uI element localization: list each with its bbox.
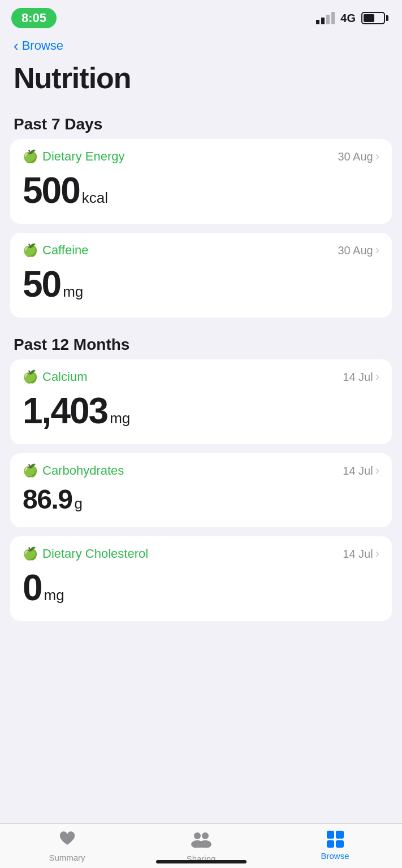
tab-browse-label: Browse bbox=[321, 851, 349, 861]
card-calcium[interactable]: 🍏 Calcium 14 Jul › 1,403mg bbox=[10, 359, 392, 444]
status-right: 4G bbox=[316, 12, 388, 25]
card-date-caffeine: 30 Aug › bbox=[338, 243, 379, 258]
card-dietary-cholesterol[interactable]: 🍏 Dietary Cholesterol 14 Jul › 0mg bbox=[10, 536, 392, 621]
card-value-dietary-cholesterol: 0mg bbox=[23, 567, 379, 609]
main-content: Past 7 Days 🍏 Dietary Energy 30 Aug › 50… bbox=[0, 106, 402, 698]
card-chevron-icon: › bbox=[375, 149, 379, 164]
card-label-calcium: 🍏 Calcium bbox=[23, 370, 87, 384]
tab-summary-label: Summary bbox=[49, 853, 85, 862]
card-chevron-icon: › bbox=[375, 463, 379, 478]
card-date-carbohydrates: 14 Jul › bbox=[343, 463, 379, 478]
status-bar: 8:05 4G bbox=[0, 0, 402, 33]
card-header: 🍏 Caffeine 30 Aug › bbox=[23, 243, 379, 258]
health-apple-icon: 🍏 bbox=[23, 546, 38, 561]
back-label: Browse bbox=[22, 38, 63, 53]
health-apple-icon: 🍏 bbox=[23, 243, 38, 258]
home-indicator bbox=[156, 860, 247, 863]
browse-grid-icon bbox=[327, 831, 344, 848]
card-date-dietary-energy: 30 Aug › bbox=[338, 149, 379, 164]
svg-point-0 bbox=[194, 832, 201, 839]
card-chevron-icon: › bbox=[375, 243, 379, 258]
health-apple-icon: 🍏 bbox=[23, 149, 38, 164]
card-header: 🍏 Calcium 14 Jul › bbox=[23, 370, 379, 384]
tab-browse[interactable]: Browse bbox=[268, 831, 402, 861]
health-apple-icon: 🍏 bbox=[23, 463, 38, 478]
signal-icon bbox=[316, 12, 335, 24]
heart-icon bbox=[59, 831, 76, 849]
card-label-dietary-cholesterol: 🍏 Dietary Cholesterol bbox=[23, 546, 148, 561]
section-header-past7days: Past 7 Days bbox=[0, 106, 402, 139]
card-label-caffeine: 🍏 Caffeine bbox=[23, 243, 89, 258]
back-chevron-icon: ‹ bbox=[14, 38, 19, 53]
card-header: 🍏 Carbohydrates 14 Jul › bbox=[23, 463, 379, 478]
card-label-carbohydrates: 🍏 Carbohydrates bbox=[23, 463, 124, 478]
card-date-calcium: 14 Jul › bbox=[343, 370, 379, 384]
sharing-people-icon bbox=[190, 831, 213, 850]
card-chevron-icon: › bbox=[375, 546, 379, 561]
card-value-calcium: 1,403mg bbox=[23, 390, 379, 432]
tab-summary[interactable]: Summary bbox=[0, 831, 134, 862]
page-title-container: Nutrition bbox=[0, 57, 402, 106]
network-type: 4G bbox=[340, 12, 356, 25]
svg-point-2 bbox=[202, 832, 209, 839]
card-header: 🍏 Dietary Energy 30 Aug › bbox=[23, 149, 379, 164]
card-carbohydrates[interactable]: 🍏 Carbohydrates 14 Jul › 86.9g bbox=[10, 453, 392, 527]
tab-sharing[interactable]: Sharing bbox=[134, 831, 268, 863]
card-value-carbohydrates: 86.9g bbox=[23, 484, 379, 515]
status-time: 8:05 bbox=[11, 8, 57, 28]
card-value-caffeine: 50mg bbox=[23, 263, 379, 305]
card-value-dietary-energy: 500kcal bbox=[23, 170, 379, 211]
card-chevron-icon: › bbox=[375, 370, 379, 384]
page-title: Nutrition bbox=[14, 61, 388, 95]
card-caffeine[interactable]: 🍏 Caffeine 30 Aug › 50mg bbox=[10, 233, 392, 318]
nav-bar: ‹ Browse bbox=[0, 33, 402, 57]
card-dietary-energy[interactable]: 🍏 Dietary Energy 30 Aug › 500kcal bbox=[10, 139, 392, 224]
card-date-dietary-cholesterol: 14 Jul › bbox=[343, 546, 379, 561]
card-label-dietary-energy: 🍏 Dietary Energy bbox=[23, 149, 125, 164]
card-header: 🍏 Dietary Cholesterol 14 Jul › bbox=[23, 546, 379, 561]
battery-icon bbox=[361, 12, 388, 24]
back-button[interactable]: ‹ Browse bbox=[14, 38, 63, 53]
health-apple-icon: 🍏 bbox=[23, 370, 38, 384]
section-header-past12months: Past 12 Months bbox=[0, 327, 402, 359]
